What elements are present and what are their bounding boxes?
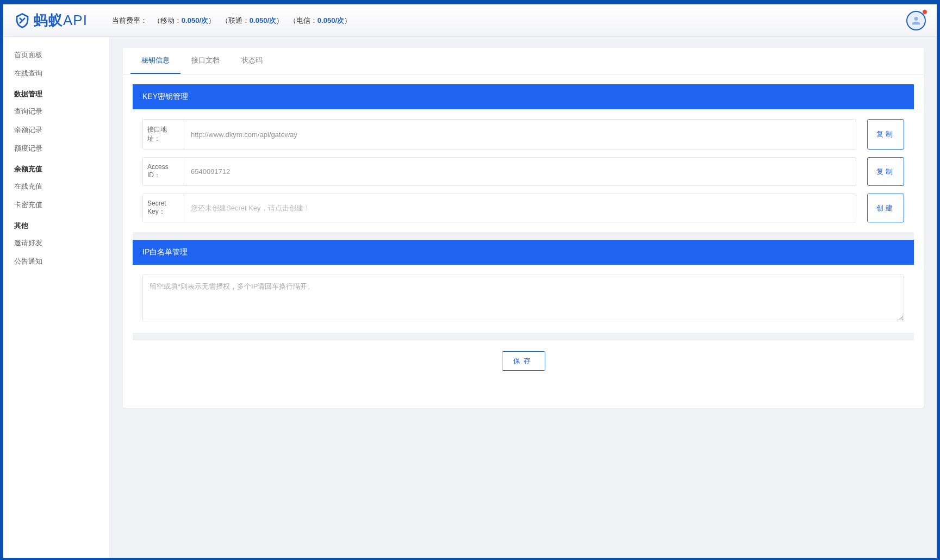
access-id-label: Access ID： [143,158,184,185]
rate-bar: 当前费率： （移动：0.050/次） （联通：0.050/次） （电信：0.05… [112,16,906,26]
shield-icon [14,13,30,29]
sidebar-item-announcements[interactable]: 公告通知 [3,252,109,271]
sidebar-header-other: 其他 [3,214,109,234]
sidebar-item-query-records[interactable]: 查询记录 [3,102,109,121]
notification-dot-icon [923,10,927,14]
ip-whitelist-textarea[interactable] [142,275,904,321]
sidebar-item-online-recharge[interactable]: 在线充值 [3,177,109,196]
ip-panel-title: IP白名单管理 [133,240,914,265]
sidebar-item-quota-records[interactable]: 额度记录 [3,139,109,158]
sidebar-header-data: 数据管理 [3,83,109,102]
logo-text: 蚂蚁API [34,11,88,30]
sidebar-item-balance-records[interactable]: 余额记录 [3,121,109,139]
sidebar-header-recharge: 余额充值 [3,158,109,177]
sidebar-item-invite[interactable]: 邀请好友 [3,234,109,252]
sidebar-item-dashboard[interactable]: 首页面板 [3,46,109,64]
copy-access-id-button[interactable]: 复制 [867,157,904,186]
api-url-label: 接口地址： [143,120,184,149]
tab-status-codes[interactable]: 状态码 [231,48,273,74]
key-panel-title: KEY密钥管理 [133,84,914,109]
tab-key-info[interactable]: 秘钥信息 [130,48,180,74]
api-url-input[interactable] [184,120,856,149]
sidebar-item-online-query[interactable]: 在线查询 [3,64,109,83]
secret-key-label: Secret Key： [143,194,184,222]
sidebar-item-card-recharge[interactable]: 卡密充值 [3,196,109,214]
sidebar: 首页面板 在线查询 数据管理 查询记录 余额记录 额度记录 余额充值 在线充值 … [3,37,110,558]
secret-key-field: Secret Key： [142,194,856,222]
create-secret-key-button[interactable]: 创建 [867,194,904,222]
logo[interactable]: 蚂蚁API [14,11,112,30]
access-id-input[interactable] [184,158,856,185]
header: 蚂蚁API 当前费率： （移动：0.050/次） （联通：0.050/次） （电… [3,4,937,37]
user-icon [910,15,922,27]
tab-api-docs[interactable]: 接口文档 [180,48,231,74]
access-id-field: Access ID： [142,157,856,186]
api-url-field: 接口地址： [142,119,856,150]
main-content: 秘钥信息 接口文档 状态码 KEY密钥管理 接口地址： 复制 [110,37,937,558]
secret-key-input[interactable] [184,194,856,222]
save-button[interactable]: 保存 [502,351,545,371]
copy-url-button[interactable]: 复制 [867,119,904,150]
tabs: 秘钥信息 接口文档 状态码 [123,48,924,74]
avatar[interactable] [906,11,926,30]
